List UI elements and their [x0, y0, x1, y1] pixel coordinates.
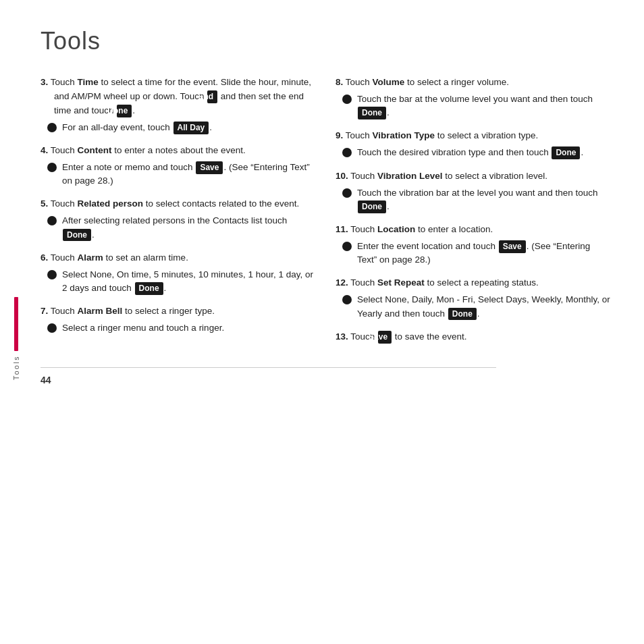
inline-button: Done: [135, 282, 163, 295]
main-content: Tools 3. Touch Time to select a time for…: [0, 0, 644, 644]
item-header: 10. Touch Vibration Level to select a vi…: [336, 169, 610, 184]
item-header: 13. Touch Save to save the event.: [336, 330, 610, 344]
inline-button: All Day: [173, 122, 209, 134]
list-item: 8. Touch Volume to select a ringer volum…: [336, 76, 610, 119]
bullet-dot: [47, 163, 57, 172]
item-header: 12. Touch Set Repeat to select a repeati…: [336, 276, 610, 290]
bullet-item: Select None, Daily, Mon - Fri, Select Da…: [342, 293, 610, 321]
bullet-dot: [47, 323, 57, 333]
bold-text: Alarm Bell: [78, 306, 123, 316]
page-title: Tools: [41, 27, 610, 55]
list-item: 9. Touch Vibration Type to select a vibr…: [336, 129, 610, 159]
list-item: 11. Touch Location to enter a location.E…: [336, 223, 610, 267]
inline-button: Save: [499, 240, 526, 253]
list-item: 3. Touch Time to select a time for the e…: [41, 76, 315, 134]
item-number: 5.: [41, 198, 48, 209]
inline-button: Done: [552, 146, 580, 159]
inline-button: Done: [63, 229, 91, 242]
item-header: 11. Touch Location to enter a location.: [336, 223, 610, 237]
bullet-text: Enter the event location and touch Save.…: [357, 240, 610, 267]
bullet-item: Touch the bar at the volume level you wa…: [342, 92, 610, 120]
bullet-item: Select a ringer menu and touch a ringer.: [47, 321, 315, 335]
bullet-text: Touch the bar at the volume level you wa…: [357, 92, 610, 120]
item-number: 12.: [336, 277, 348, 288]
bold-text: Set Repeat: [377, 277, 425, 288]
item-number: 6.: [41, 252, 48, 263]
bold-text: Alarm: [78, 252, 103, 263]
bullet-item: Select None, On time, 5 minutes, 10 minu…: [47, 268, 315, 296]
item-header: 9. Touch Vibration Type to select a vibr…: [336, 129, 610, 143]
bullet-item: Enter the event location and touch Save.…: [342, 240, 610, 267]
bold-text: Vibration Level: [377, 171, 443, 181]
bullet-dot: [342, 148, 352, 157]
bullet-dot: [47, 123, 57, 132]
item-number: 9.: [336, 130, 343, 140]
bullet-text: Touch the vibration bar at the level you…: [357, 186, 610, 214]
list-item: 4. Touch Content to enter a notes about …: [41, 144, 315, 188]
bullet-dot: [342, 95, 352, 104]
inline-button: Save: [196, 161, 223, 174]
columns: 3. Touch Time to select a time for the e…: [41, 76, 610, 354]
divider: [41, 367, 496, 368]
bold-text: Related person: [78, 198, 144, 209]
bold-text: Vibration Type: [373, 130, 435, 140]
bold-text: Location: [377, 224, 415, 234]
bullet-text: For an all-day event, touch All Day.: [62, 121, 315, 134]
bullet-item: Touch the desired vibration type and the…: [342, 146, 610, 159]
bullet-dot: [47, 270, 57, 279]
bullet-text: Select a ringer menu and touch a ringer.: [62, 321, 315, 335]
item-number: 13.: [336, 331, 348, 342]
bullet-dot: [342, 295, 352, 304]
bold-text: Volume: [373, 77, 405, 87]
inline-button: Save: [378, 331, 392, 344]
bullet-dot: [47, 216, 57, 225]
inline-button: Done: [117, 105, 132, 117]
item-number: 11.: [336, 224, 348, 234]
list-item: 5. Touch Related person to select contac…: [41, 197, 315, 241]
list-item: 10. Touch Vibration Level to select a vi…: [336, 169, 610, 213]
bullet-item: Touch the vibration bar at the level you…: [342, 186, 610, 214]
inline-button: Done: [448, 308, 477, 321]
list-item: 6. Touch Alarm to set an alarm time.Sele…: [41, 251, 315, 295]
item-number: 10.: [336, 171, 348, 181]
bold-text: Time: [78, 77, 99, 87]
item-header: 7. Touch Alarm Bell to select a ringer t…: [41, 304, 315, 319]
item-number: 8.: [336, 77, 343, 87]
bullet-dot: [342, 188, 352, 198]
bullet-item: For an all-day event, touch All Day.: [47, 121, 315, 134]
page-container: Tools Tools 3. Touch Time to select a ti…: [0, 0, 644, 644]
item-header: 4. Touch Content to enter a notes about …: [41, 144, 315, 158]
page-number: 44: [41, 375, 610, 385]
bullet-text: After selecting related persons in the C…: [62, 214, 315, 242]
item-number: 3.: [41, 77, 48, 87]
item-number: 4.: [41, 145, 48, 155]
item-header: 8. Touch Volume to select a ringer volum…: [336, 76, 610, 90]
item-header: 3. Touch Time to select a time for the e…: [41, 76, 315, 118]
bullet-item: After selecting related persons in the C…: [47, 214, 315, 242]
list-item: 12. Touch Set Repeat to select a repeati…: [336, 276, 610, 320]
bullet-text: Touch the desired vibration type and the…: [357, 146, 610, 159]
list-item: 7. Touch Alarm Bell to select a ringer t…: [41, 304, 315, 335]
item-header: 6. Touch Alarm to set an alarm time.: [41, 251, 315, 265]
bold-text: Content: [78, 145, 112, 155]
item-header: 5. Touch Related person to select contac…: [41, 197, 315, 211]
inline-button: Done: [358, 107, 386, 119]
inline-button: Done: [358, 200, 386, 213]
bullet-item: Enter a note or memo and touch Save. (Se…: [47, 161, 315, 188]
list-item: 13. Touch Save to save the event.: [336, 330, 610, 344]
bullet-dot: [342, 242, 352, 251]
item-number: 7.: [41, 306, 48, 316]
bullet-text: Select None, On time, 5 minutes, 10 minu…: [62, 268, 315, 296]
bullet-text: Select None, Daily, Mon - Fri, Select Da…: [357, 293, 610, 321]
right-column: 8. Touch Volume to select a ringer volum…: [336, 76, 610, 354]
bullet-text: Enter a note or memo and touch Save. (Se…: [62, 161, 315, 188]
inline-button: End: [207, 90, 217, 103]
left-column: 3. Touch Time to select a time for the e…: [41, 76, 315, 354]
